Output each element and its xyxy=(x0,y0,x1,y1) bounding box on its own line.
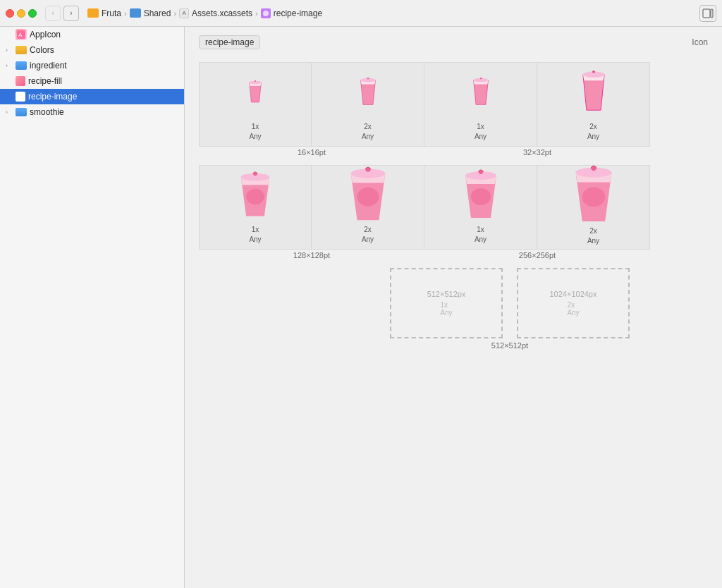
sidebar-item-appicon[interactable]: A AppIcon xyxy=(0,27,184,42)
chevron-smoothie: › xyxy=(6,109,13,116)
slot-image-container xyxy=(568,164,619,226)
slot-image-container xyxy=(468,63,494,122)
sidebar-smoothie-label: smoothie xyxy=(30,107,64,117)
empty-slot-1024-label: 1024×1024px xyxy=(550,290,597,298)
svg-rect-1 xyxy=(703,9,710,18)
appicon-icon: A xyxy=(16,29,27,40)
asset-grid: 1xAny 2xAny xyxy=(185,55,722,364)
slot-image-container xyxy=(575,63,612,122)
slot-32x32-2x[interactable]: 2xAny xyxy=(537,62,650,147)
titlebar-right xyxy=(699,5,716,22)
slot-16x16-2x[interactable]: 2xAny xyxy=(312,62,424,147)
breadcrumb-fruta-label: Fruta xyxy=(102,8,121,18)
slot-256x256-1x-labels: 1xAny xyxy=(475,225,487,249)
size-labels-row-1: 16×16pt 32×32pt xyxy=(199,147,708,158)
slot-16x16-2x-labels: 2xAny xyxy=(362,122,374,146)
folder-blue-icon-smoothie xyxy=(16,108,27,116)
size-row-1: 1xAny 2xAny xyxy=(199,62,708,147)
recipe-image-item-icon xyxy=(16,92,25,102)
svg-point-14 xyxy=(253,172,257,176)
smoothie-cup-xxlarge xyxy=(568,164,619,226)
svg-point-12 xyxy=(592,71,594,73)
sidebar-item-recipe-image[interactable]: recipe-image xyxy=(0,89,184,104)
group-128x128: 1xAny 2x xyxy=(199,165,424,250)
sidebar-ingredient-label: ingredient xyxy=(30,61,67,71)
folder-icon xyxy=(87,8,99,18)
zoom-button[interactable] xyxy=(28,9,37,18)
svg-point-24 xyxy=(582,187,604,207)
close-button[interactable] xyxy=(6,9,14,18)
size-labels-row-2: 128×128pt 256×256pt xyxy=(199,250,708,261)
svg-rect-2 xyxy=(711,9,713,18)
slot-512-labels-1x: 1xAny xyxy=(440,301,452,317)
slot-128x128-1x[interactable]: 1xAny xyxy=(199,165,312,250)
sidebar-item-colors[interactable]: › Colors xyxy=(0,42,184,58)
recipe-image-icon xyxy=(261,8,271,18)
sidebar: A AppIcon › Colors › ingredient recipe-f… xyxy=(0,27,185,588)
size-row-3-empty: 512×512px 1xAny 1024×1024px 2xAny xyxy=(199,268,708,338)
svg-point-0 xyxy=(263,11,269,16)
size-label-128x128: 128×128pt xyxy=(199,250,424,261)
slot-16x16-1x-labels: 1xAny xyxy=(249,122,261,146)
slot-128x128-2x-labels: 2xAny xyxy=(362,225,374,249)
sidebar-item-smoothie[interactable]: › smoothie xyxy=(0,104,184,120)
icon-label: Icon xyxy=(692,37,708,47)
empty-slot-512-label: 512×512px xyxy=(427,290,466,298)
sidebar-item-ingredient[interactable]: › ingredient xyxy=(0,58,184,73)
size-row-2: 1xAny 2x xyxy=(199,165,708,250)
smoothie-cup-xlarge xyxy=(343,166,393,225)
inspector-button[interactable] xyxy=(699,5,716,22)
main-layout: A AppIcon › Colors › ingredient recipe-f… xyxy=(0,27,722,588)
breadcrumb-fruta[interactable]: Fruta xyxy=(87,8,121,18)
breadcrumb-shared[interactable]: Shared xyxy=(130,8,171,18)
forward-button[interactable]: › xyxy=(63,6,79,21)
breadcrumb-sep-3: › xyxy=(255,9,258,18)
sidebar-item-recipe-fill[interactable]: recipe-fill xyxy=(0,73,184,89)
smoothie-cup-small xyxy=(355,77,381,108)
back-button[interactable]: ‹ xyxy=(45,6,61,21)
slot-32x32-1x-labels: 1xAny xyxy=(475,122,487,146)
smoothie-cup-medium xyxy=(575,70,612,115)
group-16x16: 1xAny 2xAny xyxy=(199,62,424,147)
minimize-button[interactable] xyxy=(17,9,25,18)
slot-256x256-2x-labels: 2xAny xyxy=(587,226,599,250)
window-controls xyxy=(6,9,37,18)
content-header: recipe-image Icon xyxy=(185,27,722,55)
breadcrumb-sep-2: › xyxy=(173,9,176,18)
sidebar-recipe-image-label: recipe-image xyxy=(28,92,77,102)
slot-16x16-1x[interactable]: 1xAny xyxy=(199,62,312,147)
size-label-256x256: 256×256pt xyxy=(424,250,650,261)
slot-image-container xyxy=(343,166,393,225)
group-32x32: 1xAny 2xAny xyxy=(424,62,650,147)
slot-512-labels-2x: 2xAny xyxy=(567,301,579,317)
slot-256x256-1x[interactable]: 1xAny xyxy=(424,165,537,250)
slot-32x32-1x[interactable]: 1xAny xyxy=(424,62,537,147)
svg-point-21 xyxy=(471,188,491,205)
svg-point-23 xyxy=(591,166,596,171)
breadcrumb-recipe-image-label: recipe-image xyxy=(274,8,322,18)
svg-point-18 xyxy=(357,188,379,207)
svg-point-6 xyxy=(255,80,256,82)
breadcrumb-sep-1: › xyxy=(124,9,127,18)
size-label-32x32: 32×32pt xyxy=(424,147,650,158)
breadcrumb: Fruta › Shared › A Assets.xcassets › rec… xyxy=(87,8,322,18)
slot-image-container xyxy=(235,166,275,225)
breadcrumb-assets[interactable]: A Assets.xcassets xyxy=(179,8,252,18)
slot-256x256-2x[interactable]: 2xAny xyxy=(537,165,650,250)
slot-512x512-1x[interactable]: 512×512px 1xAny xyxy=(390,268,503,338)
smoothie-cup-large1 xyxy=(235,171,275,220)
smoothie-cup-tiny xyxy=(245,80,265,105)
breadcrumb-recipe-image[interactable]: recipe-image xyxy=(261,8,322,18)
smoothie-cup-small2 xyxy=(468,77,494,108)
slot-image-container xyxy=(459,166,503,225)
slot-image-container xyxy=(355,63,381,122)
svg-point-17 xyxy=(365,167,370,172)
slot-512x512-2x[interactable]: 1024×1024px 2xAny xyxy=(517,268,630,338)
slot-128x128-2x[interactable]: 2xAny xyxy=(312,165,424,250)
sidebar-colors-label: Colors xyxy=(30,45,54,55)
xcassets-icon: A xyxy=(179,8,189,18)
titlebar: ‹ › Fruta › Shared › A Assets.xcassets ›… xyxy=(0,0,722,27)
slot-image-container xyxy=(245,63,265,122)
size-label-16x16: 16×16pt xyxy=(199,147,424,158)
folder-blue-icon-ingredient xyxy=(16,61,27,70)
